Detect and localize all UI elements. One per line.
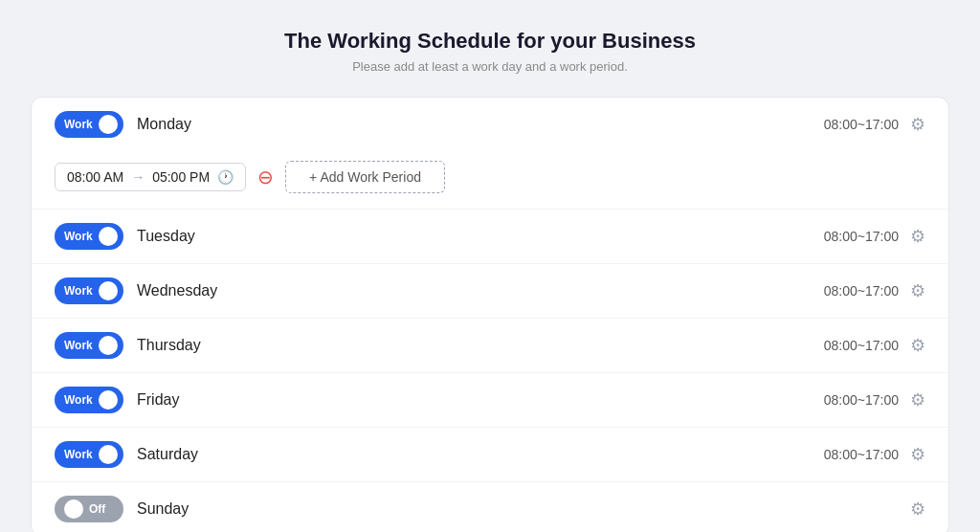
settings-icon-tuesday[interactable]: ⚙ [910,226,925,247]
day-hours-saturday: 08:00~17:00 [824,447,899,462]
day-row-wednesday: Work Wednesday 08:00~17:00 ⚙ [32,264,948,319]
toggle-friday[interactable]: Work [55,387,123,413]
toggle-saturday[interactable]: Work [55,441,123,468]
day-hours-tuesday: 08:00~17:00 [824,229,899,244]
toggle-sunday[interactable]: Off [55,496,123,522]
page-title: The Working Schedule for your Business [284,29,696,54]
toggle-tuesday[interactable]: Work [55,223,123,250]
toggle-circle-tuesday [99,227,118,246]
settings-icon-sunday[interactable]: ⚙ [910,499,925,520]
toggle-circle-friday [99,390,118,410]
day-row-monday: Work Monday 08:00~17:00 ⚙ 08:00 AM → 05:… [32,98,948,210]
day-hours-wednesday: 08:00~17:00 [824,283,899,299]
day-header-monday: Work Monday 08:00~17:00 ⚙ [32,98,948,151]
toggle-circle-sunday [64,499,83,519]
toggle-label-friday: Work [64,393,93,407]
settings-icon-wednesday[interactable]: ⚙ [910,280,925,301]
day-row-sunday: Off Sunday ⚙ [32,482,948,532]
toggle-wednesday[interactable]: Work [55,277,123,304]
end-time-monday: 05:00 PM [152,169,210,185]
toggle-monday[interactable]: Work [55,111,123,138]
arrow-icon-monday: → [131,169,145,185]
day-name-thursday: Thursday [137,337,824,354]
toggle-circle-saturday [99,445,118,464]
toggle-label-tuesday: Work [64,230,93,243]
toggle-label-monday: Work [64,118,93,131]
toggle-circle-thursday [99,336,118,355]
day-name-sunday: Sunday [137,500,899,518]
toggle-thursday[interactable]: Work [55,332,123,359]
day-row-thursday: Work Thursday 08:00~17:00 ⚙ [32,319,948,373]
clock-icon-monday: 🕐 [217,169,234,185]
day-row-friday: Work Friday 08:00~17:00 ⚙ [32,373,948,428]
day-name-wednesday: Wednesday [137,282,824,299]
add-period-monday[interactable]: + Add Work Period [285,161,445,193]
settings-icon-friday[interactable]: ⚙ [910,389,925,410]
toggle-circle-monday [99,115,118,134]
day-hours-friday: 08:00~17:00 [824,392,899,408]
day-name-saturday: Saturday [137,446,824,463]
page-container: The Working Schedule for your Business P… [0,0,980,532]
time-input-monday[interactable]: 08:00 AM → 05:00 PM 🕐 [55,163,246,191]
remove-period-monday[interactable]: ⊖ [257,167,274,187]
schedule-card: Work Monday 08:00~17:00 ⚙ 08:00 AM → 05:… [31,97,949,532]
toggle-label-sunday: Off [89,502,105,516]
toggle-label-wednesday: Work [64,284,93,298]
day-hours-thursday: 08:00~17:00 [824,338,899,353]
toggle-label-saturday: Work [64,448,93,461]
toggle-circle-wednesday [99,281,118,300]
settings-icon-thursday[interactable]: ⚙ [910,335,925,356]
page-subtitle: Please add at least a work day and a wor… [352,59,628,74]
day-name-monday: Monday [137,116,824,133]
toggle-label-thursday: Work [64,339,93,352]
settings-icon-monday[interactable]: ⚙ [910,114,925,135]
add-period-label-monday: + Add Work Period [309,169,421,185]
day-hours-monday: 08:00~17:00 [824,117,899,132]
start-time-monday: 08:00 AM [67,169,123,185]
day-name-tuesday: Tuesday [137,228,824,245]
day-row-saturday: Work Saturday 08:00~17:00 ⚙ [32,428,948,482]
day-body-monday: 08:00 AM → 05:00 PM 🕐 ⊖ + Add Work Perio… [32,151,948,209]
day-name-friday: Friday [137,391,824,409]
day-row-tuesday: Work Tuesday 08:00~17:00 ⚙ [32,210,948,264]
settings-icon-saturday[interactable]: ⚙ [910,444,925,465]
